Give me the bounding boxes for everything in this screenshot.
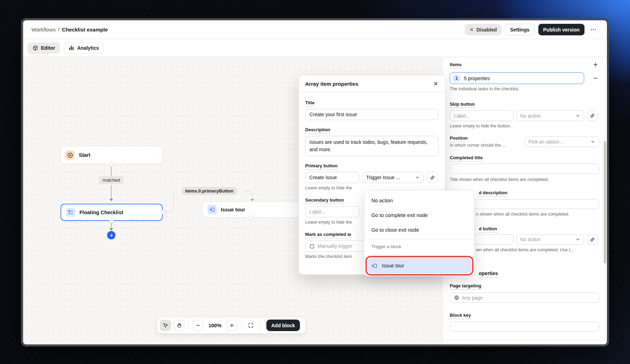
secondary-button-label: Secondary button [305, 197, 344, 204]
position-label: Position [450, 135, 468, 142]
skip-button-label: Skip button [450, 102, 475, 108]
plus-icon [229, 323, 234, 328]
globe-icon [454, 295, 459, 300]
link-icon [430, 175, 435, 180]
add-node-button[interactable] [107, 231, 115, 239]
menu-section-label: Trigger a block [364, 241, 474, 252]
fit-view-button[interactable] [245, 320, 256, 331]
disabled-status-chip[interactable]: Disabled [465, 24, 501, 35]
menu-item-close-exit[interactable]: Go to close exit node [364, 223, 474, 237]
arrowhead [110, 199, 113, 201]
chevron-down-icon [575, 237, 580, 242]
menu-divider [364, 239, 474, 239]
description-field-input[interactable]: Issues are used to track todos, bugs, fe… [305, 136, 439, 156]
workflow-canvas[interactable]: matched items.0.primaryButton Start Floa… [23, 57, 607, 344]
ellipsis-icon [590, 26, 597, 33]
port-checklist-right[interactable] [161, 210, 165, 215]
select-tool-button[interactable] [160, 320, 171, 331]
remove-item-button[interactable] [593, 75, 598, 81]
bar-chart-icon [69, 45, 74, 51]
page-targeting-input[interactable]: Any page [450, 293, 599, 303]
more-options-button[interactable] [588, 24, 598, 35]
completed-description-helper: n shown when all checklist items are com… [476, 212, 569, 217]
primary-button-link-button[interactable] [427, 172, 438, 183]
arrowhead [110, 228, 113, 231]
checklist-icon [66, 208, 75, 217]
menu-item-no-action[interactable]: No action [364, 193, 474, 208]
close-icon [433, 81, 439, 86]
panel-divider [443, 340, 607, 341]
skip-label-input[interactable]: Label... [450, 110, 513, 121]
primary-button-action-select[interactable]: Trigger Issue ... [362, 172, 424, 183]
breadcrumb-separator: / [58, 27, 59, 33]
plus-icon [109, 233, 114, 238]
tour-icon [208, 205, 217, 214]
panel-scrollbar[interactable] [604, 141, 606, 264]
zoom-in-button[interactable] [226, 320, 237, 331]
minus-icon [195, 323, 201, 328]
menu-item-issue-tour[interactable]: Issue tour [367, 258, 472, 273]
title-field-label: Title [305, 100, 315, 107]
tab-editor[interactable]: Editor [28, 43, 60, 54]
settings-button[interactable]: Settings [505, 24, 535, 35]
items-label: Items [450, 62, 462, 69]
skip-action-select[interactable]: No action [516, 110, 584, 121]
zoom-level: 100% [206, 323, 224, 328]
pan-tool-button[interactable] [174, 320, 184, 331]
completed-button-link-button[interactable] [587, 234, 598, 245]
completed-title-input[interactable] [450, 163, 599, 174]
menu-item-complete-exit[interactable]: Go to complete exit node [364, 208, 474, 223]
primary-button-text-input[interactable]: Create issue [305, 172, 359, 183]
completed-title-helper: Title shown when all checklist items are… [450, 177, 549, 182]
link-icon [590, 237, 595, 242]
secondary-button-text-input[interactable]: Label... [305, 206, 359, 217]
completed-button-action-select[interactable]: No action [516, 234, 584, 245]
port-start-bottom[interactable] [109, 162, 114, 167]
breadcrumb: Workflows / Checklist example [31, 27, 108, 33]
block-key-input[interactable] [450, 322, 599, 332]
add-block-button[interactable]: Add block [266, 320, 300, 331]
port-issue-tour-bottom[interactable] [248, 216, 253, 220]
mark-completed-label: Mark as completed w [305, 232, 351, 238]
item-index-badge: 1 [453, 75, 460, 82]
publish-version-button[interactable]: Publish version [538, 24, 584, 35]
completed-title-label: Completed title [450, 155, 483, 162]
app-window: Workflows / Checklist example Disabled S… [21, 18, 609, 346]
node-issue-tour-label: Issue tour [221, 207, 245, 212]
port-checklist-bottom[interactable] [109, 219, 114, 223]
properties-section-header: operties [479, 271, 498, 278]
position-select[interactable]: Pick an option... [525, 136, 599, 147]
modal-title: Array item properties [305, 81, 358, 87]
plus-icon [593, 62, 598, 68]
completed-button-helper: wn when all checklist items are complete… [476, 247, 574, 252]
minus-icon [593, 75, 598, 81]
primary-button-helper: Leave empty to hide the [305, 186, 439, 190]
skip-helper: Leave empty to hide the button. [450, 124, 511, 128]
items-array-entry[interactable]: 1 5 properties [450, 72, 584, 84]
edge-checklist-to-add [111, 223, 112, 229]
node-floating-checklist-label: Floating Checklist [79, 210, 123, 215]
description-field-label: Description [305, 127, 330, 134]
node-floating-checklist[interactable]: Floating Checklist [61, 204, 163, 221]
tab-editor-label: Editor [41, 45, 55, 51]
skip-link-button[interactable] [587, 110, 598, 121]
title-field-input[interactable]: Create your first issue [305, 109, 439, 120]
arrowhead [251, 199, 254, 201]
node-start[interactable]: Start [60, 146, 162, 164]
edge-matched-to-checklist [111, 185, 112, 199]
edge-dashed-segment [252, 193, 252, 199]
tour-icon [371, 263, 377, 269]
breadcrumb-workflows[interactable]: Workflows [31, 27, 56, 33]
chevron-down-icon [590, 139, 595, 144]
play-circle-icon [65, 150, 75, 160]
close-modal-button[interactable] [433, 81, 439, 86]
completed-button-label: d button [479, 226, 497, 233]
page-targeting-label: Page targeting [450, 283, 481, 290]
item-summary: 5 properties [464, 76, 490, 81]
items-helper: The individual tasks in the checklist. [450, 86, 519, 91]
tab-analytics[interactable]: Analytics [64, 43, 104, 54]
toolbar-divider [188, 321, 189, 330]
add-item-button[interactable] [593, 62, 598, 68]
zoom-out-button[interactable] [192, 320, 203, 331]
cube-icon [33, 45, 38, 51]
